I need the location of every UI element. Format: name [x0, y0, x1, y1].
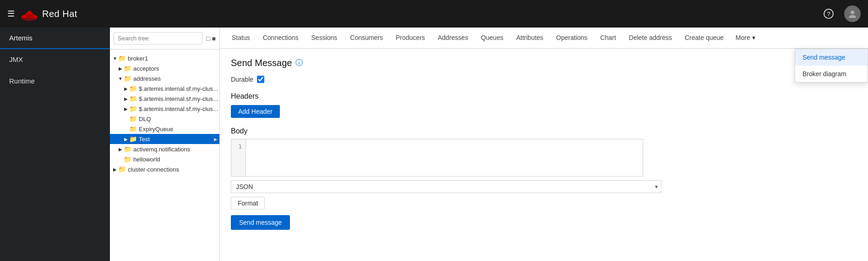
tab-queues[interactable]: Queues: [475, 28, 510, 48]
tab-connections[interactable]: Connections: [257, 28, 305, 48]
headers-section-title: Headers: [231, 92, 857, 100]
folder-icon: 📁: [124, 75, 131, 82]
user-icon: [847, 9, 857, 19]
node-label: broker1: [128, 55, 148, 62]
tree-node-helloworld[interactable]: 📁 helloworld: [110, 154, 219, 164]
nav-right: ?: [820, 6, 861, 22]
sidebar-item-runtime[interactable]: Runtime: [0, 71, 110, 92]
redhat-logo: Red Hat: [20, 5, 77, 23]
toggle-icon: ▶: [123, 137, 129, 142]
toggle-icon: ▶: [123, 106, 129, 111]
node-label: Test: [139, 136, 150, 143]
folder-icon: 📁: [129, 105, 137, 112]
node-label: $.artemis.internal.sf.my-cluster....: [139, 106, 219, 112]
tree-node-artemis2[interactable]: ▶ 📁 $.artemis.internal.sf.my-cluster....: [110, 94, 219, 104]
hamburger-icon[interactable]: ☰: [7, 9, 15, 19]
page-help-icon[interactable]: ⓘ: [295, 58, 303, 68]
add-header-button[interactable]: Add Header: [231, 105, 280, 118]
durable-row: Durable: [231, 76, 857, 83]
tree-node-broker1[interactable]: ▼ 📁 broker1: [110, 53, 219, 63]
format-select[interactable]: JSON XML Plain Text: [231, 180, 661, 193]
more-dropdown-button[interactable]: More ▾: [730, 28, 761, 48]
main-content: Status Connections Sessions Consumers Pr…: [220, 28, 868, 261]
sidebar-item-artemis[interactable]: Artemis: [0, 28, 110, 49]
tree-node-addresses[interactable]: ▼ 📁 addresses: [110, 73, 219, 83]
format-btn-row: Format: [231, 197, 857, 210]
body-editor: 1: [231, 139, 643, 177]
tab-sessions[interactable]: Sessions: [305, 28, 344, 48]
collapse-all-icon[interactable]: ■: [212, 35, 216, 42]
body-editor-content[interactable]: [246, 139, 643, 176]
help-icon: ?: [824, 9, 834, 19]
line-number: 1: [231, 139, 246, 176]
node-label: $.artemis.internal.sf.my-cluster....: [139, 85, 219, 92]
user-avatar[interactable]: [844, 6, 861, 22]
tree-node-dlq[interactable]: 📁 DLQ: [110, 114, 219, 124]
tab-operations[interactable]: Operations: [550, 28, 594, 48]
folder-icon: 📁: [124, 145, 131, 153]
format-select-wrapper: JSON XML Plain Text ▾: [231, 180, 661, 193]
tab-delete-address[interactable]: Delete address: [622, 28, 678, 48]
tab-create-queue[interactable]: Create queue: [678, 28, 730, 48]
chevron-right-icon: ▶: [214, 137, 218, 142]
page-title-row: Send Message ⓘ: [231, 58, 857, 68]
tree-node-cluster-connections[interactable]: ▶ 📁 cluster-connections: [110, 164, 219, 174]
tree-search-bar: □ ■: [110, 28, 219, 50]
format-button[interactable]: Format: [231, 197, 265, 210]
folder-icon: 📁: [124, 155, 131, 163]
node-label: addresses: [133, 75, 161, 82]
format-row: JSON XML Plain Text ▾: [231, 180, 857, 193]
svg-point-4: [851, 11, 854, 14]
dropdown-item-send-message[interactable]: Send message: [795, 49, 868, 66]
sidebar: Artemis JMX Runtime: [0, 28, 110, 261]
node-label: $.artemis.internal.sf.my-cluster....: [139, 95, 219, 102]
help-button[interactable]: ?: [820, 6, 837, 22]
top-navigation: ☰ Red Hat ?: [0, 0, 868, 28]
folder-icon: 📁: [129, 115, 137, 122]
nav-left: ☰ Red Hat: [7, 5, 77, 23]
tree-node-artemis3[interactable]: ▶ 📁 $.artemis.internal.sf.my-cluster....: [110, 104, 219, 114]
folder-icon: 📁: [129, 125, 137, 133]
tree-node-expiryqueue[interactable]: 📁 ExpiryQueue: [110, 124, 219, 134]
node-label: DLQ: [139, 116, 151, 122]
tab-status[interactable]: Status: [225, 28, 257, 48]
send-message-button[interactable]: Send message: [231, 215, 290, 230]
node-label: cluster-connections: [128, 166, 179, 173]
tree-node-test[interactable]: ▶ 📁 Test ▶: [110, 134, 219, 144]
node-label: acceptors: [133, 65, 159, 72]
page-title: Send Message: [231, 58, 292, 68]
tab-attributes[interactable]: Attributes: [510, 28, 550, 48]
folder-icon: 📁: [118, 55, 126, 62]
node-label: activemq.notifications: [133, 146, 190, 153]
tab-consumers[interactable]: Consumers: [344, 28, 389, 48]
expand-all-icon[interactable]: □: [206, 35, 210, 42]
tab-producers[interactable]: Producers: [389, 28, 431, 48]
sidebar-item-jmx[interactable]: JMX: [0, 49, 110, 71]
tab-chart[interactable]: Chart: [594, 28, 622, 48]
folder-icon: 📁: [129, 95, 137, 102]
folder-icon: 📁: [129, 135, 137, 143]
svg-text:?: ?: [827, 11, 830, 17]
redhat-hat-icon: [20, 5, 38, 23]
tree-node-artemis1[interactable]: ▶ 📁 $.artemis.internal.sf.my-cluster....: [110, 83, 219, 94]
toggle-icon: ▶: [112, 167, 118, 172]
svg-point-1: [25, 14, 33, 17]
brand-name: Red Hat: [42, 9, 77, 19]
tab-addresses[interactable]: Addresses: [431, 28, 475, 48]
toggle-icon: ▼: [117, 76, 124, 81]
toggle-icon: ▶: [117, 66, 124, 71]
page-body: Send Message ⓘ Durable Headers Add Heade…: [220, 49, 868, 261]
toggle-icon: ▶: [123, 86, 129, 91]
tree-node-activemq[interactable]: ▶ 📁 activemq.notifications: [110, 144, 219, 154]
tree-node-acceptors[interactable]: ▶ 📁 acceptors: [110, 63, 219, 73]
search-input[interactable]: [114, 32, 202, 44]
folder-icon: 📁: [124, 65, 131, 72]
durable-label: Durable: [231, 76, 253, 83]
toggle-icon: ▼: [112, 56, 118, 61]
tabs-bar: Status Connections Sessions Consumers Pr…: [220, 28, 868, 49]
durable-checkbox[interactable]: [257, 76, 264, 83]
dropdown-item-broker-diagram[interactable]: Broker diagram: [795, 66, 868, 82]
tree-search-icons: □ ■: [206, 35, 216, 42]
tree-panel: □ ■ ▼ 📁 broker1 ▶ 📁 acceptors ▼ 📁 addres…: [110, 28, 220, 261]
folder-icon: 📁: [129, 85, 137, 92]
